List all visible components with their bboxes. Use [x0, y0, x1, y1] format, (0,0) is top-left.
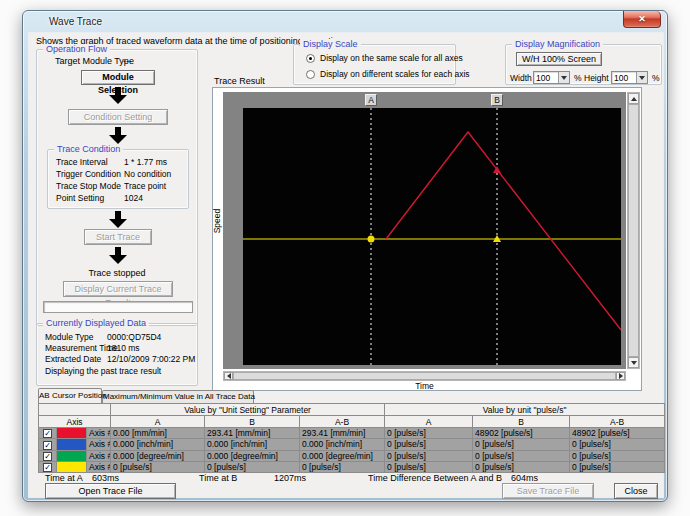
time-difference-label: Time Difference Between A and B [368, 473, 502, 483]
module-type-row: Module Type0000:QD75D4 [45, 332, 161, 342]
operation-flow-group: Operation Flow Target Module Type --- Mo… [36, 49, 198, 326]
trigger-condition-label: Trigger Condition [56, 169, 121, 179]
scroll-right-icon[interactable] [616, 372, 625, 380]
time-difference-value: 604ms [511, 473, 538, 483]
module-selection-button[interactable]: Module Selection [81, 70, 155, 85]
start-trace-button: Start Trace [84, 229, 152, 245]
height-percent: % [652, 73, 660, 83]
width-combo[interactable]: 100 [533, 71, 570, 84]
cursor-a-handle[interactable]: A [365, 94, 377, 106]
close-button[interactable]: Close [614, 483, 658, 499]
time-at-b-value: 1207ms [274, 473, 306, 483]
point-setting-value: 1024 [124, 193, 143, 203]
display-magnification-title: Display Magnification [512, 39, 603, 49]
time-at-a-value: 603ms [92, 473, 119, 483]
axis4-visible-checkbox[interactable]: ✓ [39, 461, 57, 472]
trace-result-label: Trace Result [214, 76, 265, 86]
table-sub-header-row: Axis A B A-B A B A-B [39, 416, 665, 428]
wh-100-screen-button[interactable]: W/H 100% Screen [516, 52, 602, 66]
radio-selected-icon [306, 54, 315, 63]
width-label: Width [510, 73, 532, 83]
magnification-controls: Width 100 % Height 100 % [506, 71, 661, 85]
radio-different-scale[interactable]: Display on different scales for each axi… [306, 69, 470, 79]
vertical-scrollbar-thumb[interactable] [628, 104, 639, 357]
waveform-svg [243, 108, 621, 365]
trigger-condition-value: No condition [124, 169, 171, 179]
axis2-name: Axis #2 [87, 439, 111, 450]
trace-result-panel: Speed A B Time [212, 87, 642, 391]
time-at-b-label: Time at B [199, 473, 237, 483]
width-percent: % [574, 73, 582, 83]
axis1-visible-checkbox[interactable]: ✓ [39, 428, 57, 439]
extracted-date-row: Extracted Date12/10/2009 7:00:22 PM [45, 354, 195, 364]
checkbox-check-icon: ✓ [43, 429, 52, 438]
operation-flow-title: Operation Flow [43, 44, 110, 54]
table-row: ✓ Axis #4 0 [pulse/s] 0 [pulse/s] 0 [pul… [39, 461, 665, 472]
axis-column-header: Axis [39, 416, 111, 428]
pulse-unit-group-header: Value by unit "pulse/s" [385, 404, 665, 416]
trace-stop-mode-value: Trace point [124, 181, 166, 191]
trace-interval-label: Trace Interval [56, 157, 108, 167]
desktop-background: Wave Trace ✕ Shows the graph of traced w… [0, 0, 690, 516]
table-row: ✓ Axis #1 0.00 [mm/min] 293.41 [mm/min] … [39, 428, 665, 439]
speed-axis-label: Speed [212, 201, 222, 241]
axis2-color-swatch [57, 439, 87, 450]
scroll-down-icon[interactable] [628, 357, 639, 368]
trace-interval-value: 1 * 1.77 ms [124, 157, 167, 167]
currently-displayed-data-group: Currently Displayed Data Module Type0000… [36, 323, 198, 386]
close-icon[interactable]: ✕ [623, 11, 661, 28]
vertical-scrollbar[interactable] [627, 92, 640, 369]
axis2-visible-checkbox[interactable]: ✓ [39, 439, 57, 450]
trace-condition-group: Trace Condition Trace Interval 1 * 1.77 … [47, 149, 189, 209]
table-row: ✓ Axis #3 0.000 [degree/min] 0.000 [degr… [39, 450, 665, 461]
window-title: Wave Trace [49, 16, 102, 27]
arrow-down-icon [109, 87, 127, 104]
chevron-down-icon[interactable] [558, 72, 569, 83]
currently-displayed-data-title: Currently Displayed Data [43, 318, 149, 328]
titlebar[interactable]: Wave Trace ✕ [23, 11, 667, 32]
display-current-trace-result-button: Display Current Trace Result [63, 281, 173, 297]
radio-same-scale[interactable]: Display on the same scale for all axes [306, 53, 463, 63]
axis3-visible-checkbox[interactable]: ✓ [39, 450, 57, 461]
tab-ab-cursor-position[interactable]: AB Cursor Position [38, 388, 102, 403]
trace-progress-bar [43, 301, 193, 313]
trace-status-text: Trace stopped [37, 268, 197, 278]
arrow-down-icon [109, 211, 127, 228]
trace-stop-mode-label: Trace Stop Mode [56, 181, 121, 191]
arrow-down-icon [109, 247, 127, 264]
checkbox-check-icon: ✓ [43, 452, 52, 461]
axis3-color-swatch [57, 450, 87, 461]
table-row: ✓ Axis #2 0.000 [inch/min] 0.000 [inch/m… [39, 439, 665, 450]
axis4-color-swatch [57, 461, 87, 472]
horizontal-scrollbar-thumb[interactable] [233, 372, 616, 380]
radio-unselected-icon [306, 70, 315, 79]
trace-condition-title: Trace Condition [54, 144, 123, 154]
height-combo[interactable]: 100 [611, 71, 648, 84]
checkbox-check-icon: ✓ [43, 441, 52, 450]
axis4-name: Axis #4 [87, 461, 111, 472]
checkbox-check-icon: ✓ [43, 463, 52, 472]
waveform-plot[interactable] [243, 108, 621, 365]
chevron-down-icon[interactable] [636, 72, 647, 83]
horizontal-scrollbar[interactable] [223, 371, 626, 381]
scroll-up-icon[interactable] [628, 93, 639, 104]
past-trace-note: Displaying the past trace result [45, 366, 161, 376]
scroll-left-icon[interactable] [224, 372, 233, 380]
cursor-value-table: Value by "Unit Setting" Parameter Value … [38, 403, 665, 473]
dialog-content: Shows the graph of traced waveform data … [28, 32, 664, 498]
display-scale-title: Display Scale [300, 39, 361, 49]
cursor-b-handle[interactable]: B [491, 94, 503, 106]
arrow-down-icon [109, 127, 127, 144]
measurement-time-row: Measurement Time1810 ms [45, 343, 140, 353]
time-axis-label: Time [223, 381, 626, 391]
target-module-value: --- [123, 56, 132, 66]
time-at-a-label: Time at A [45, 473, 83, 483]
axis3-name: Axis #3 [87, 450, 111, 461]
point-setting-label: Point Setting [56, 193, 104, 203]
wave-trace-window: Wave Trace ✕ Shows the graph of traced w… [22, 10, 668, 502]
display-magnification-group: Display Magnification W/H 100% Screen Wi… [505, 44, 662, 85]
save-trace-file-button: Save Trace File [502, 483, 594, 499]
open-trace-file-button[interactable]: Open Trace File [45, 483, 176, 499]
unit-setting-group-header: Value by "Unit Setting" Parameter [111, 404, 385, 416]
tab-max-min-value[interactable]: Maximum/Minimum Value in All Trace Data [102, 390, 254, 403]
